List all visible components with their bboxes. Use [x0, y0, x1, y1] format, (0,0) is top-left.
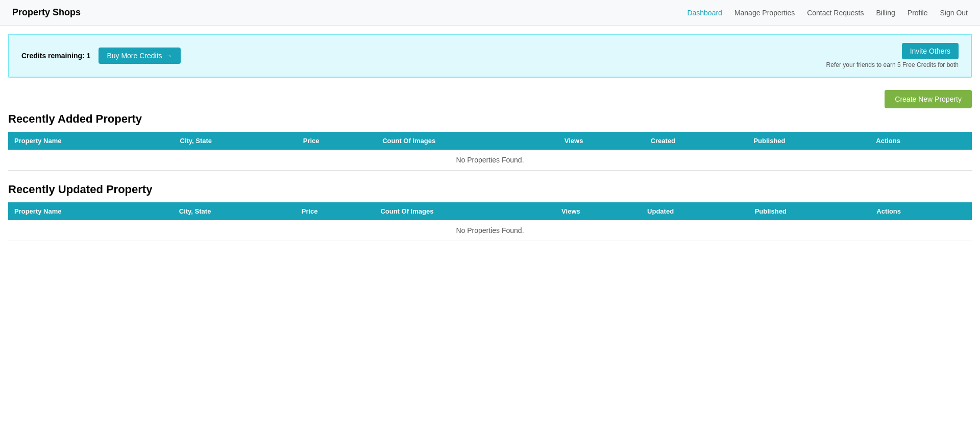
recently-updated-section: Recently Updated Property Property Name …: [0, 183, 980, 253]
recently-added-section: Recently Added Property Property Name Ci…: [0, 112, 980, 183]
credits-left: Credits remaining: 1 Buy More Credits →: [21, 48, 181, 64]
create-new-property-button[interactable]: Create New Property: [885, 90, 972, 108]
col-city-state: City, State: [173, 202, 296, 220]
col-views: Views: [558, 132, 645, 150]
nav-sign-out[interactable]: Sign Out: [940, 9, 968, 17]
navbar: Property Shops Dashboard Manage Properti…: [0, 0, 980, 26]
credits-label: Credits remaining: 1: [21, 52, 90, 60]
nav-billing[interactable]: Billing: [876, 9, 895, 17]
credits-right: Invite Others Refer your friends to earn…: [826, 43, 959, 68]
recently-added-table: Property Name City, State Price Count Of…: [8, 132, 972, 171]
nav-manage-properties[interactable]: Manage Properties: [734, 9, 795, 17]
no-properties-message: No Properties Found.: [8, 150, 972, 171]
invite-subtext: Refer your friends to earn 5 Free Credit…: [826, 61, 959, 68]
col-property-name: Property Name: [8, 132, 174, 150]
create-btn-row: Create New Property: [0, 86, 980, 112]
col-price: Price: [297, 132, 376, 150]
recently-updated-table-header: Property Name City, State Price Count Of…: [8, 202, 972, 220]
no-properties-message: No Properties Found.: [8, 220, 972, 241]
recently-updated-table: Property Name City, State Price Count Of…: [8, 202, 972, 241]
col-actions: Actions: [870, 132, 972, 150]
nav-profile[interactable]: Profile: [908, 9, 928, 17]
arrow-icon: →: [165, 52, 173, 60]
table-row: No Properties Found.: [8, 150, 972, 171]
nav-dashboard[interactable]: Dashboard: [687, 9, 722, 17]
col-actions: Actions: [870, 202, 972, 220]
col-published: Published: [749, 202, 871, 220]
recently-updated-title: Recently Updated Property: [8, 183, 972, 196]
col-city-state: City, State: [174, 132, 297, 150]
credits-banner: Credits remaining: 1 Buy More Credits → …: [8, 34, 972, 78]
col-views: Views: [555, 202, 641, 220]
col-property-name: Property Name: [8, 202, 173, 220]
nav-contact-requests[interactable]: Contact Requests: [807, 9, 864, 17]
col-count-images: Count Of Images: [376, 132, 558, 150]
col-updated: Updated: [641, 202, 749, 220]
recently-added-table-body: No Properties Found.: [8, 150, 972, 171]
buy-credits-button[interactable]: Buy More Credits →: [99, 48, 180, 64]
recently-updated-table-body: No Properties Found.: [8, 220, 972, 241]
col-price: Price: [296, 202, 375, 220]
col-published: Published: [747, 132, 870, 150]
invite-others-button[interactable]: Invite Others: [902, 43, 959, 59]
col-count-images: Count Of Images: [374, 202, 555, 220]
recently-added-table-header: Property Name City, State Price Count Of…: [8, 132, 972, 150]
brand-title: Property Shops: [12, 7, 81, 18]
buy-credits-label: Buy More Credits: [107, 52, 162, 60]
nav-links: Dashboard Manage Properties Contact Requ…: [687, 9, 968, 17]
col-created: Created: [645, 132, 748, 150]
recently-added-title: Recently Added Property: [8, 112, 972, 126]
table-row: No Properties Found.: [8, 220, 972, 241]
